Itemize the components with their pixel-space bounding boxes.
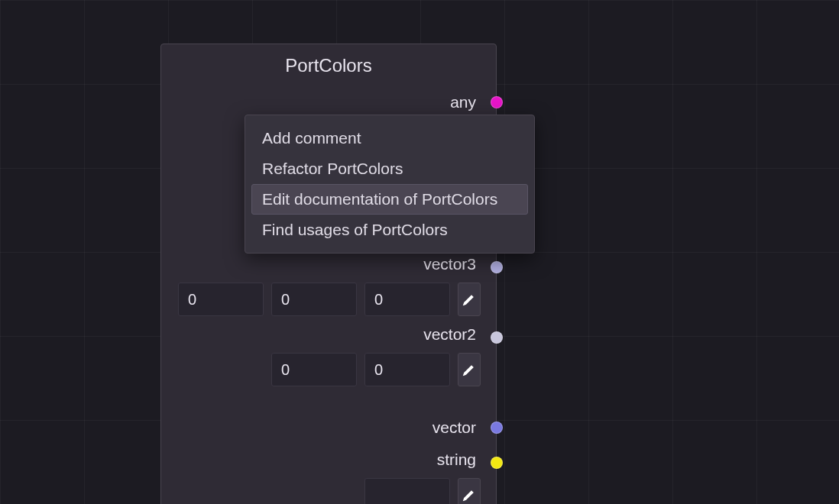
pencil-icon: [462, 488, 476, 502]
menu-edit-documentation[interactable]: Edit documentation of PortColors: [251, 184, 528, 215]
port-row-vector2: vector2: [161, 322, 496, 347]
string-edit-button[interactable]: [458, 478, 481, 504]
port-dot-vector2[interactable]: [491, 331, 503, 344]
port-label-vector: vector: [432, 418, 476, 437]
inputs-string: [161, 472, 496, 504]
vector2-edit-button[interactable]: [458, 353, 481, 386]
inputs-vector3: [161, 276, 496, 322]
port-dot-string[interactable]: [491, 457, 503, 469]
vector3-y-input[interactable]: [271, 283, 357, 316]
pencil-icon: [462, 292, 476, 306]
vector2-x-input[interactable]: [271, 353, 357, 386]
port-label-vector3: vector3: [423, 255, 476, 273]
port-row-string: string: [161, 447, 496, 472]
port-label-string: string: [437, 451, 476, 469]
node-title: PortColors: [161, 44, 496, 90]
string-input[interactable]: [364, 478, 450, 504]
vector3-edit-button[interactable]: [458, 283, 481, 316]
port-dot-vector[interactable]: [491, 422, 503, 434]
port-dot-any[interactable]: [491, 96, 503, 108]
menu-add-comment[interactable]: Add comment: [251, 123, 528, 153]
port-label-any: any: [450, 93, 476, 111]
vector3-x-input[interactable]: [178, 283, 264, 316]
menu-refactor[interactable]: Refactor PortColors: [251, 153, 528, 184]
context-menu: Add comment Refactor PortColors Edit doc…: [245, 115, 535, 254]
port-dot-vector3[interactable]: [491, 261, 503, 273]
vector3-z-input[interactable]: [364, 283, 450, 316]
port-row-vector: vector: [161, 415, 496, 440]
inputs-vector2: [161, 347, 496, 393]
port-row-any: any: [161, 90, 496, 115]
menu-find-usages[interactable]: Find usages of PortColors: [251, 215, 528, 245]
pencil-icon: [462, 363, 476, 376]
vector2-y-input[interactable]: [364, 353, 450, 386]
port-row-vector3: vector3: [161, 252, 496, 276]
port-label-vector2: vector2: [423, 325, 476, 344]
node-portcolors[interactable]: PortColors any vector3 vector2 vector st…: [160, 44, 497, 504]
